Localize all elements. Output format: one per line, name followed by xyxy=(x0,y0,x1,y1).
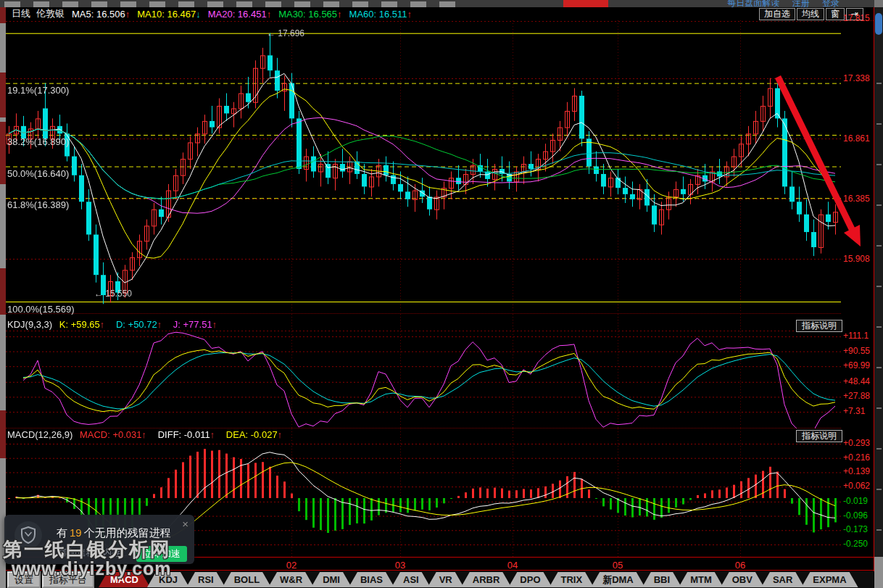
macd-header: MACD(12,26,9) MACD: +0.031↑ DIFF: -0.011… xyxy=(7,429,291,440)
fib-level-label: 61.8%(16.389) xyxy=(7,199,69,210)
close-icon[interactable]: × xyxy=(182,518,188,530)
add-watchlist-button[interactable]: 加自选 xyxy=(759,8,795,20)
month-label: 05 xyxy=(613,560,623,571)
ma-label: MA30: 16.565 xyxy=(278,9,337,20)
ma-value: MA5: 16.506↑ xyxy=(72,9,130,20)
main-candlestick-chart[interactable] xyxy=(6,20,841,313)
kdj-j-value: J: +77.51↑ xyxy=(173,319,221,330)
accelerate-button[interactable]: 立即加速 xyxy=(136,546,187,562)
macd-axis-label: -0.096 xyxy=(843,510,868,521)
scrollbar-top xyxy=(874,0,883,7)
indicator-platform-button[interactable]: 指标平台 xyxy=(42,571,94,588)
up-arrow-icon: ↑ xyxy=(157,319,162,330)
month-label: 04 xyxy=(507,560,518,571)
ma-value: MA60: 16.511↑ xyxy=(349,9,412,20)
up-arrow-icon: ↑ xyxy=(278,429,283,440)
macd-diff-value: DIFF: -0.011↑ xyxy=(158,429,220,440)
bottom-separator xyxy=(6,570,874,571)
window-button[interactable]: 窗 xyxy=(826,8,845,20)
up-arrow-icon: ↑ xyxy=(125,9,130,20)
kdj-indicator-chart[interactable] xyxy=(6,313,841,428)
macd-title: MACD(12,26,9) xyxy=(7,429,72,440)
tab-trix[interactable]: TRIX xyxy=(550,572,594,587)
kdj-axis-label: +69.99 xyxy=(843,360,870,370)
high-price-annotation: ← 17.696 xyxy=(267,28,304,38)
clipped-menu-text xyxy=(4,0,468,7)
tab-dpo[interactable]: DPO xyxy=(508,572,552,587)
tab-新dma[interactable]: 新DMA xyxy=(591,572,645,587)
tab-rsi[interactable]: RSI xyxy=(186,572,225,587)
ma-label: MA20: 16.451 xyxy=(208,9,267,20)
ma-toggle-button[interactable]: 均线 xyxy=(797,8,824,20)
tab-bbi[interactable]: BBI xyxy=(642,572,681,587)
macd-help-button[interactable]: 指标说明 xyxy=(796,430,842,442)
process-count: 19 xyxy=(70,526,82,539)
tab-mtm[interactable]: MTM xyxy=(679,572,724,587)
tab-expma[interactable]: EXPMA xyxy=(801,572,858,587)
down-arrow-icon: ↓ xyxy=(196,9,201,20)
scrollbar-bottom xyxy=(874,557,883,588)
kdj-axis-label: +111.1 xyxy=(843,331,869,341)
tab-boll[interactable]: BOLL xyxy=(223,572,271,587)
cleaner-popup: 有19个无用的残留进程 即加速释放内存 × 立即加速 xyxy=(4,515,194,564)
tab-kdj[interactable]: KDJ xyxy=(147,572,189,587)
settings-button[interactable]: 设置 xyxy=(7,571,41,588)
ma-label: MA5: 16.506 xyxy=(72,9,125,20)
tab-vr[interactable]: VR xyxy=(428,572,464,587)
kdj-title: KDJ(9,3,3) xyxy=(7,319,52,330)
ma-value: MA20: 16.451↑ xyxy=(208,9,271,20)
macd-axis-label: +0.216 xyxy=(843,452,870,463)
up-arrow-icon: ↑ xyxy=(212,319,217,330)
scrollbar-ticks xyxy=(876,44,882,544)
indicator-tabs: MACDKDJRSIBOLLW&RDMIBIASASIVRARBRDPOTRIX… xyxy=(94,572,858,587)
fib-level-label: 50.0%(16.640) xyxy=(7,168,69,179)
macd-axis-label: -0.250 xyxy=(843,539,868,549)
macd-axis-label: +0.062 xyxy=(843,481,870,491)
fib-level-label: 38.2%(16.890) xyxy=(7,136,69,147)
ma-values-list: MA5: 16.506↑MA10: 16.467↓MA20: 16.451↑MA… xyxy=(65,9,412,20)
period-label[interactable]: 日线 xyxy=(12,7,30,20)
right-scrollbar[interactable] xyxy=(874,0,883,588)
kdj-d-value: D: +50.72↑ xyxy=(116,319,166,330)
ma-label: MA10: 16.467 xyxy=(137,9,196,20)
ma-value: MA30: 16.565↑ xyxy=(278,9,341,20)
kdj-axis-label: +7.31 xyxy=(843,406,865,416)
fib-bottom-label: 100.0%(15.569) xyxy=(7,304,75,315)
up-arrow-icon: ↑ xyxy=(100,319,105,330)
chart-app-window: 日线 伦敦银 MA5: 16.506↑MA10: 16.467↓MA20: 16… xyxy=(6,7,874,571)
scrollbar-thumb[interactable] xyxy=(875,13,882,35)
up-arrow-icon: ↑ xyxy=(407,9,413,20)
tab-dmi[interactable]: DMI xyxy=(311,572,352,587)
macd-value: MACD: +0.031↑ xyxy=(80,429,151,440)
tab-obv[interactable]: OBV xyxy=(721,572,764,587)
shield-icon xyxy=(14,521,42,549)
month-label: 06 xyxy=(735,560,745,571)
tab-macd[interactable]: MACD xyxy=(99,572,150,587)
macd-axis-label: -0.173 xyxy=(843,524,868,534)
login-link[interactable]: 登录 xyxy=(822,0,840,7)
kdj-axis-label: +27.88 xyxy=(843,391,870,401)
popup-title: 有19个无用的残留进程 xyxy=(57,526,171,540)
tab-arbr[interactable]: ARBR xyxy=(461,572,512,587)
macd-axis-label: +0.293 xyxy=(843,438,870,448)
kdj-header: KDJ(9,3,3) K: +59.65↑ D: +50.72↑ J: +77.… xyxy=(7,319,225,330)
tab-w&r[interactable]: W&R xyxy=(268,572,314,587)
up-arrow-icon: ↑ xyxy=(142,429,147,440)
trading-app-screenshot: 每日盘面解读 注册 登录 日线 伦敦银 MA5: 16.506↑MA10: 16… xyxy=(0,0,883,588)
symbol-label: 伦敦银 xyxy=(36,7,65,20)
register-link[interactable]: 注册 xyxy=(792,0,810,7)
tab-asi[interactable]: ASI xyxy=(391,572,431,587)
price-axis-label: 16.385 xyxy=(843,194,870,204)
tab-sar[interactable]: SAR xyxy=(761,572,804,587)
daily-review-link[interactable]: 每日盘面解读 xyxy=(727,0,779,7)
kdj-help-button[interactable]: 指标说明 xyxy=(796,320,842,332)
up-arrow-icon: ↑ xyxy=(337,9,342,20)
up-arrow-icon: ↑ xyxy=(267,9,272,20)
month-label: 03 xyxy=(395,560,405,571)
main-chart-header: 日线 伦敦银 MA5: 16.506↑MA10: 16.467↓MA20: 16… xyxy=(6,7,874,21)
tab-bias[interactable]: BIAS xyxy=(349,572,394,587)
site-logo xyxy=(563,0,608,7)
price-axis-label: 15.908 xyxy=(843,254,870,264)
fib-level-label: 19.1%(17.300) xyxy=(7,85,69,96)
indicator-tabbar: 设置 指标平台 MACDKDJRSIBOLLW&RDMIBIASASIVRARB… xyxy=(6,571,874,588)
